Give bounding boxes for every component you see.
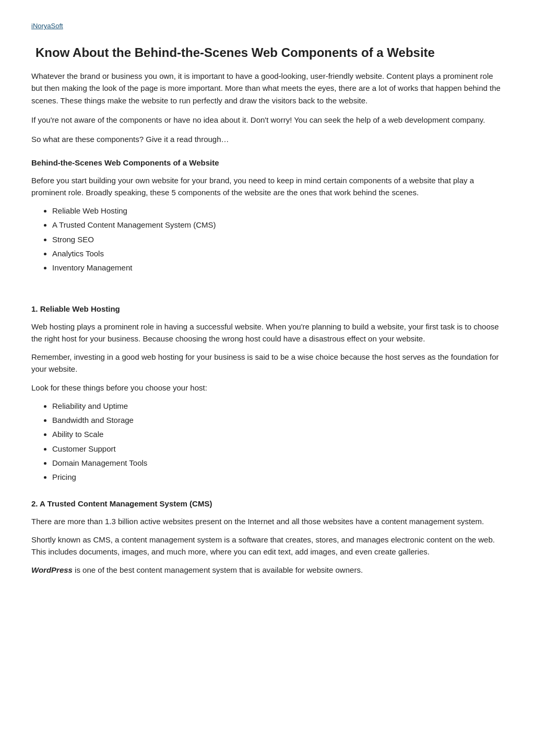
hosting-list: Reliability and Uptime Bandwidth and Sto… [52,400,503,483]
list-item: Ability to Scale [52,428,503,440]
list-item: Bandwidth and Storage [52,414,503,426]
list-item: Customer Support [52,443,503,455]
section1-paragraph-1: Web hosting plays a prominent role in ha… [31,321,503,345]
page-title: Know About the Behind-the-Scenes Web Com… [31,44,503,61]
intro-paragraph-2: If you're not aware of the components or… [31,114,503,126]
list-item: Reliable Web Hosting [52,205,503,217]
section-intro-paragraph: Before you start building your own websi… [31,174,503,199]
list-item: Pricing [52,471,503,483]
section2-paragraph-3: WordPress is one of the best content man… [31,564,503,576]
list-item: Domain Management Tools [52,457,503,469]
components-list: Reliable Web Hosting A Trusted Content M… [52,205,503,274]
wordpress-bold: WordPress [31,565,73,574]
section1-paragraph-3: Look for these things before you choose … [31,382,503,394]
list-item: Reliability and Uptime [52,400,503,412]
section2-p3-suffix: is one of the best content management sy… [73,565,363,574]
brand-link[interactable]: iNoryaSoft [31,22,63,30]
section2-heading: 2. A Trusted Content Management System (… [31,498,503,510]
intro-paragraph-1: Whatever the brand or business you own, … [31,70,503,107]
section1-heading: 1. Reliable Web Hosting [31,303,503,315]
section2-paragraph-1: There are more than 1.3 billion active w… [31,515,503,527]
intro-paragraph-3: So what are these components? Give it a … [31,133,503,145]
section2-paragraph-2: Shortly known as CMS, a content manageme… [31,534,503,558]
spacer [31,280,503,288]
list-item: Inventory Management [52,262,503,274]
list-item: A Trusted Content Management System (CMS… [52,219,503,231]
list-item: Strong SEO [52,233,503,245]
behind-scenes-heading: Behind-the-Scenes Web Components of a We… [31,157,503,169]
section1-paragraph-2: Remember, investing in a good web hostin… [31,351,503,375]
list-item: Analytics Tools [52,247,503,259]
